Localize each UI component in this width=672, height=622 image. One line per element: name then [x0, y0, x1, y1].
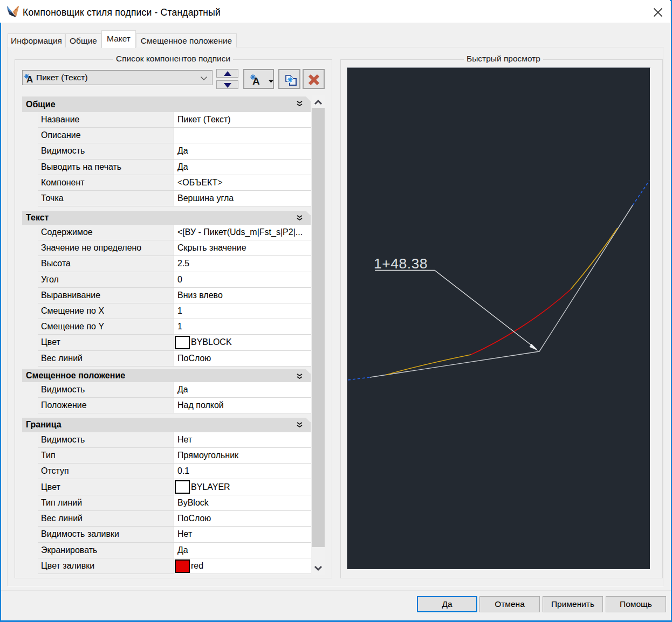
- svg-text:1+48.38: 1+48.38: [374, 255, 428, 272]
